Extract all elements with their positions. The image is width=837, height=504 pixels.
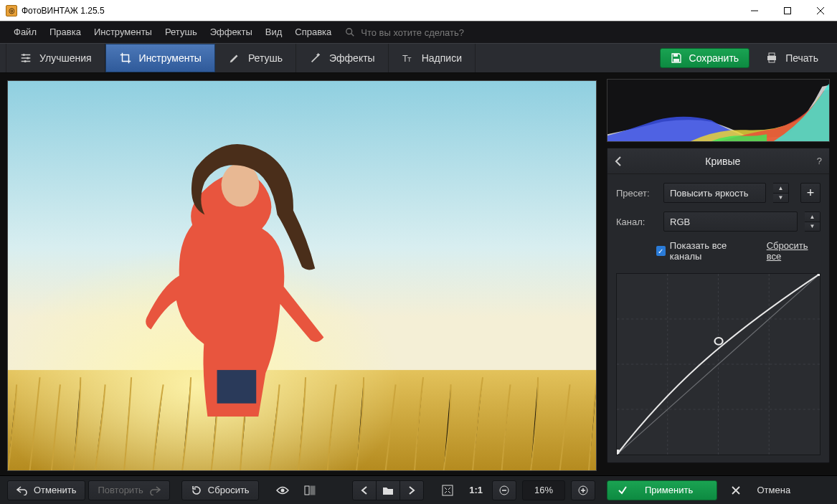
zoom-out-button[interactable] — [492, 480, 516, 500]
channel-label: Канал: — [616, 217, 656, 227]
help-search[interactable]: Что вы хотите сделать? — [345, 27, 464, 38]
image-canvas[interactable] — [7, 80, 597, 471]
svg-rect-30 — [311, 486, 315, 495]
fit-screen-button[interactable] — [435, 480, 460, 500]
channel-value: RGB — [670, 217, 690, 227]
menu-edit[interactable]: Правка — [43, 22, 88, 43]
chevron-up-icon[interactable]: ▲ — [805, 212, 820, 222]
undo-icon — [16, 485, 28, 495]
redo-button[interactable]: Повторить — [88, 480, 169, 500]
svg-point-1 — [346, 29, 352, 34]
panel-back-button[interactable] — [615, 156, 629, 166]
fit-icon — [442, 485, 453, 496]
menu-file[interactable]: Файл — [7, 22, 43, 43]
cancel-label: Отмена — [757, 485, 791, 495]
reset-icon — [191, 485, 202, 496]
svg-point-15 — [222, 163, 260, 207]
curves-graph[interactable] — [616, 273, 821, 455]
show-all-channels-checkbox[interactable]: ✓ Показать все каналы — [656, 240, 754, 262]
check-icon — [618, 485, 628, 495]
window-maximize-button[interactable] — [771, 0, 804, 22]
eye-icon — [276, 485, 289, 495]
minus-icon — [499, 485, 509, 495]
preset-add-button[interactable]: + — [800, 183, 821, 203]
tab-tools[interactable]: Инструменты — [105, 44, 215, 72]
one-to-one-label: 1:1 — [469, 485, 483, 495]
checkbox-checked-icon: ✓ — [656, 246, 666, 256]
brush-icon — [228, 52, 241, 65]
chevron-left-icon — [361, 486, 368, 495]
tab-label: Надписи — [422, 52, 462, 64]
svg-rect-16 — [217, 370, 257, 404]
titlebar: ◎ ФотоВИНТАЖ 1.25.5 — [0, 0, 837, 22]
menubar: Файл Правка Инструменты Ретушь Эффекты В… — [0, 22, 837, 43]
chevron-down-icon[interactable]: ▼ — [805, 222, 820, 232]
svg-rect-27 — [818, 273, 821, 276]
redo-icon — [149, 485, 161, 495]
undo-button[interactable]: Отменить — [7, 480, 85, 500]
window-minimize-button[interactable] — [738, 0, 771, 22]
tab-label: Улучшения — [39, 52, 92, 64]
cancel-button[interactable]: Отмена — [722, 480, 831, 500]
undo-label: Отменить — [34, 485, 76, 495]
chevron-left-icon — [615, 156, 622, 166]
wand-icon — [309, 52, 322, 65]
tab-text[interactable]: TT Надписи — [389, 44, 476, 72]
canvas-area — [0, 73, 602, 475]
reset-button[interactable]: Сбросить — [181, 480, 259, 500]
preset-label: Пресет: — [616, 188, 656, 199]
channel-select[interactable]: RGB — [663, 211, 798, 232]
redo-label: Повторить — [98, 485, 143, 495]
prev-file-button[interactable] — [352, 480, 377, 500]
compare-button[interactable] — [298, 480, 322, 500]
chevron-down-icon[interactable]: ▼ — [773, 194, 788, 203]
tab-label: Инструменты — [139, 52, 202, 64]
preset-stepper[interactable]: ▲ ▼ — [773, 183, 789, 203]
print-label: Печать — [785, 52, 818, 64]
menu-tools[interactable]: Инструменты — [88, 22, 159, 43]
panel-help-button[interactable]: ? — [817, 156, 822, 166]
apply-label: Применить — [645, 485, 693, 495]
print-icon — [765, 52, 778, 65]
menu-retouch[interactable]: Ретушь — [159, 22, 204, 43]
window-close-button[interactable] — [804, 0, 837, 22]
menu-view[interactable]: Вид — [259, 22, 289, 43]
preset-value: Повысить яркость — [670, 188, 748, 199]
svg-text:T: T — [407, 56, 412, 63]
open-folder-button[interactable] — [376, 480, 400, 500]
menu-effects[interactable]: Эффекты — [204, 22, 259, 43]
crop-icon — [119, 52, 132, 65]
curves-panel: Кривые ? Пресет: Повысить яркость ▲ ▼ + … — [607, 148, 830, 463]
menu-help[interactable]: Справка — [288, 22, 338, 43]
curve-control-point[interactable] — [715, 338, 723, 345]
tab-enhance[interactable]: Улучшения — [6, 44, 105, 72]
close-icon — [732, 486, 740, 495]
reset-all-link[interactable]: Сбросить все — [767, 240, 821, 262]
tab-effects[interactable]: Эффекты — [296, 44, 389, 72]
svg-rect-29 — [305, 486, 309, 495]
panel-title: Кривые — [629, 156, 817, 167]
print-button[interactable]: Печать — [755, 48, 828, 68]
svg-point-28 — [280, 488, 284, 492]
preview-toggle-button[interactable] — [270, 480, 295, 500]
zoom-value[interactable]: 16% — [522, 480, 565, 500]
preset-select[interactable]: Повысить яркость — [663, 183, 766, 203]
zoom-in-button[interactable] — [571, 480, 595, 500]
next-file-button[interactable] — [399, 480, 424, 500]
compare-icon — [304, 485, 316, 496]
zoom-11-button[interactable]: 1:1 — [463, 480, 489, 500]
chevron-up-icon[interactable]: ▲ — [773, 184, 788, 194]
folder-icon — [382, 485, 394, 495]
tab-retouch[interactable]: Ретушь — [215, 44, 296, 72]
svg-rect-26 — [616, 450, 619, 454]
search-icon — [345, 27, 355, 37]
apply-button[interactable]: Применить — [607, 480, 717, 500]
checkbox-label: Показать все каналы — [670, 240, 754, 262]
save-button[interactable]: Сохранить — [660, 48, 750, 68]
file-nav-group — [352, 480, 424, 500]
plus-icon — [578, 485, 588, 495]
histogram — [607, 79, 830, 142]
sidebar: Кривые ? Пресет: Повысить яркость ▲ ▼ + … — [602, 73, 837, 475]
channel-stepper[interactable]: ▲ ▼ — [805, 211, 821, 232]
app-title: ФотоВИНТАЖ 1.25.5 — [22, 6, 105, 16]
